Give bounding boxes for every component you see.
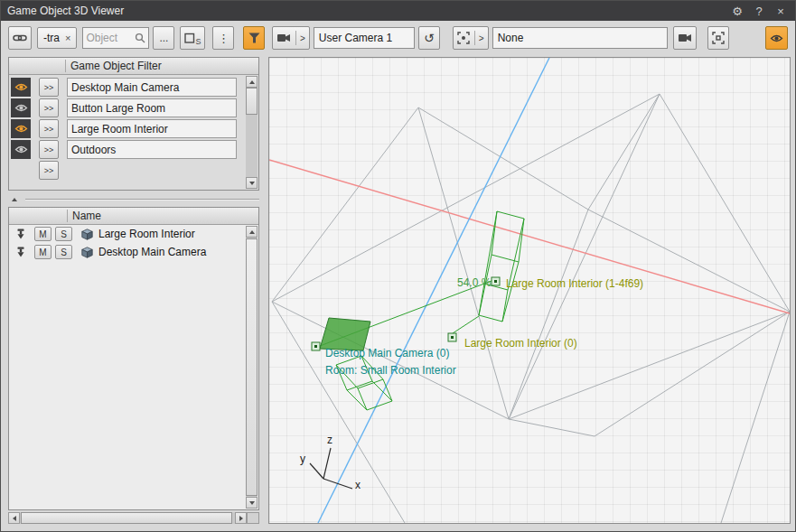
camera-icon [678, 33, 692, 43]
pin-icon[interactable] [14, 247, 27, 257]
scroll-track[interactable] [246, 238, 258, 497]
visibility-eye-toggle[interactable] [11, 78, 31, 97]
pin-icon[interactable] [14, 229, 27, 239]
scroll-up-button[interactable] [246, 76, 258, 88]
filter-tag-label: -tra [43, 32, 60, 44]
viewport-3d[interactable]: 54.0 % Large Room Interior (1-4f69) Larg… [268, 57, 791, 524]
coverage-percent-label: 54.0 % [457, 276, 491, 289]
filter-tag-chip[interactable]: -tra × [37, 27, 77, 49]
titlebar[interactable]: Game Object 3D Viewer ⚙ ? × [1, 1, 795, 21]
camera-name-field[interactable] [314, 27, 415, 49]
visibility-toggle-button[interactable] [765, 26, 788, 50]
name-header-label: Name [72, 210, 101, 222]
mute-button[interactable]: M [34, 227, 52, 241]
eye-icon [14, 103, 28, 113]
solo-button[interactable]: S [55, 227, 72, 241]
filter-name-field[interactable] [67, 140, 237, 159]
funnel-icon [248, 33, 260, 43]
object-list-panel: Name M S [8, 207, 259, 510]
entity-marker-icon [448, 333, 456, 341]
frame-corners-icon [712, 32, 725, 44]
collapse-panel-button[interactable] [8, 195, 21, 204]
scroll-down-button[interactable] [246, 177, 258, 189]
filter-name-field[interactable] [67, 78, 237, 97]
visibility-eye-toggle[interactable] [11, 98, 31, 117]
filter-toggle-button[interactable] [243, 26, 265, 50]
game-object-cube-icon [81, 229, 93, 240]
horizontal-scrollbar[interactable] [8, 512, 247, 524]
double-chevron-icon: >> [44, 83, 54, 92]
scroll-right-button[interactable] [235, 512, 247, 524]
window-title: Game Object 3D Viewer [7, 5, 124, 17]
eye-icon [14, 82, 28, 92]
help-icon[interactable]: ? [751, 4, 767, 18]
assign-button[interactable]: >> [39, 119, 59, 138]
target-field[interactable] [492, 27, 668, 49]
room-instance-label: Large Room Interior (1-4f69) [506, 277, 643, 290]
assign-button[interactable]: >> [39, 98, 59, 117]
dots-icon: ⋮ [218, 32, 229, 45]
filter-panel-header: Game Object Filter [9, 58, 258, 75]
mute-button[interactable]: M [34, 245, 52, 259]
double-chevron-icon: >> [44, 166, 54, 175]
x-axis-label: x [355, 479, 361, 491]
frame-selection-button[interactable] [707, 26, 729, 50]
visibility-eye-toggle[interactable] [11, 140, 31, 159]
more-options-button[interactable]: ... [153, 26, 174, 50]
mute-label: M [39, 229, 46, 239]
settings-gear-icon[interactable]: ⚙ [729, 4, 745, 18]
collapse-divider [8, 194, 259, 205]
scene-wireframe [269, 58, 790, 523]
z-axis-line [318, 58, 549, 523]
camera-zero-label: Desktop Main Camera (0) [325, 347, 449, 359]
object-list-scrollbar[interactable] [246, 226, 258, 509]
assign-button[interactable]: >> [39, 78, 59, 97]
scroll-thumb[interactable] [21, 512, 232, 524]
scroll-track[interactable] [246, 88, 258, 177]
pick-target-button[interactable]: > [453, 26, 489, 50]
filter-name-field[interactable] [67, 98, 237, 117]
scroll-up-button[interactable] [246, 226, 258, 238]
s-badge-label: S [195, 37, 201, 46]
filter-row: >> [11, 118, 257, 139]
filter-name-field[interactable] [67, 119, 237, 138]
solo-button[interactable]: S [55, 245, 72, 259]
filter-scrollbar[interactable] [246, 76, 258, 189]
scrollbar-corner [247, 512, 259, 524]
double-chevron-icon: >> [44, 125, 54, 134]
filter-row: >> [11, 98, 257, 118]
link-filter-button[interactable] [8, 26, 32, 50]
double-chevron-icon: >> [44, 104, 54, 113]
camera-view-button[interactable] [673, 26, 697, 50]
room-small-label: Room: Small Room Interior [325, 364, 456, 377]
camera-icon [276, 33, 291, 43]
remove-tag-icon[interactable]: × [65, 33, 70, 43]
y-axis-label: y [300, 453, 305, 465]
scroll-thumb[interactable] [246, 88, 258, 115]
solo-label: S [61, 247, 67, 257]
axis-gizmo [310, 448, 352, 489]
camera-select-button[interactable]: > [272, 26, 310, 50]
pick-target-icon [457, 32, 470, 44]
scroll-track[interactable] [20, 512, 235, 524]
reset-camera-button[interactable]: ↺ [418, 26, 440, 50]
search-input[interactable] [86, 32, 135, 44]
viewport-toolbar: > ↺ > [272, 25, 788, 51]
object-row[interactable]: M S Desktop Main Camera [9, 243, 258, 261]
scroll-thumb[interactable] [246, 238, 258, 496]
menu-dots-button[interactable]: ⋮ [212, 26, 234, 50]
eye-icon [14, 145, 28, 154]
object-search-field[interactable] [82, 27, 149, 49]
object-row[interactable]: M S Large Room Interior [9, 225, 258, 243]
eye-icon [770, 33, 783, 43]
name-column-header[interactable]: Name [9, 208, 258, 225]
close-icon[interactable]: × [773, 4, 789, 18]
search-icon [135, 33, 145, 43]
scroll-down-button[interactable] [246, 497, 258, 509]
main-toolbar: -tra × ... S ⋮ [8, 25, 788, 51]
visibility-eye-toggle[interactable] [11, 119, 31, 138]
save-search-button[interactable]: S [180, 26, 205, 50]
assign-button[interactable]: >> [39, 161, 59, 180]
assign-button[interactable]: >> [39, 140, 59, 159]
scroll-left-button[interactable] [8, 512, 20, 524]
